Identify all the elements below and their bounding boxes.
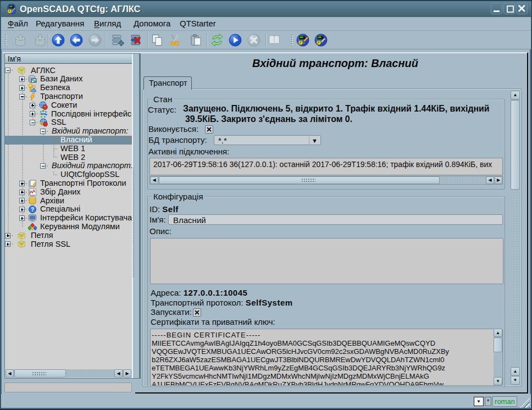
svg-text:АГЛКС: АГЛКС — [19, 69, 25, 71]
svg-text:АГЛКС: АГЛКС — [19, 243, 25, 245]
svg-text:?: ? — [31, 207, 34, 213]
svg-text:АГЛКС: АГЛКС — [19, 234, 25, 236]
